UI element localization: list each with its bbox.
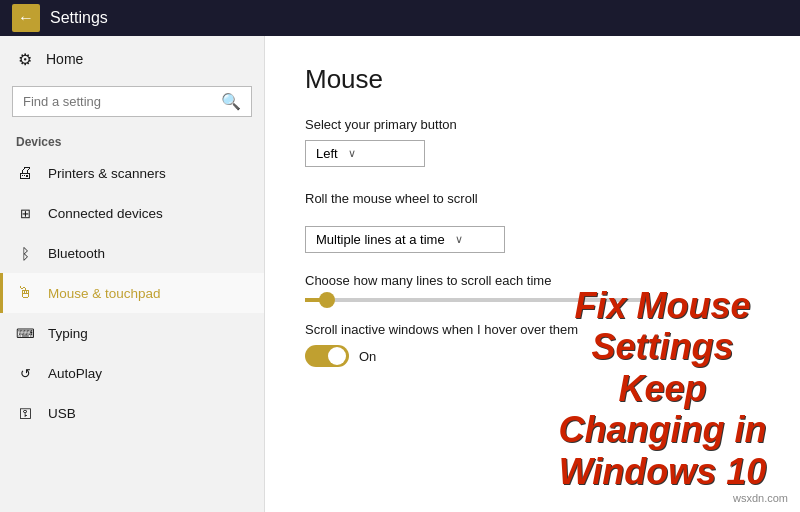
slider-thumb[interactable] <box>319 292 335 308</box>
watermark: wsxdn.com <box>733 492 788 504</box>
autoplay-label: AutoPlay <box>48 366 102 381</box>
sidebar-item-typing[interactable]: ⌨ Typing <box>0 313 264 353</box>
scroll-lines-slider[interactable] <box>305 298 760 302</box>
inactive-windows-toggle-row: On <box>305 345 760 367</box>
inactive-windows-toggle[interactable] <box>305 345 349 367</box>
usb-icon: ⚿ <box>16 404 34 422</box>
overlay-headline: Fix Mouse Settings KeepChanging in Windo… <box>545 285 780 492</box>
sidebar-item-autoplay[interactable]: ↺ AutoPlay <box>0 353 264 393</box>
connected-label: Connected devices <box>48 206 163 221</box>
typing-label: Typing <box>48 326 88 341</box>
home-label: Home <box>46 51 83 67</box>
printers-label: Printers & scanners <box>48 166 166 181</box>
toggle-state-label: On <box>359 349 376 364</box>
primary-button-value: Left <box>316 146 338 161</box>
search-icon: 🔍 <box>221 92 241 111</box>
overlay-text-block: Fix Mouse Settings KeepChanging in Windo… <box>265 285 800 492</box>
main-layout: ⚙ Home 🔍 Devices 🖨 Printers & scanners ⊞… <box>0 36 800 512</box>
printers-icon: 🖨 <box>16 164 34 182</box>
search-box[interactable]: 🔍 <box>12 86 252 117</box>
content-area: Mouse Select your primary button Left ∨ … <box>265 36 800 512</box>
slider-track <box>305 298 645 302</box>
scroll-wheel-value: Multiple lines at a time <box>316 232 445 247</box>
scroll-wheel-label: Roll the mouse wheel to scroll <box>305 191 760 206</box>
back-button[interactable]: ← <box>12 4 40 32</box>
bluetooth-icon: ᛒ <box>16 244 34 262</box>
sidebar-item-connected[interactable]: ⊞ Connected devices <box>0 193 264 233</box>
sidebar-item-usb[interactable]: ⚿ USB <box>0 393 264 433</box>
scroll-wheel-dropdown[interactable]: Multiple lines at a time ∨ <box>305 226 505 253</box>
title-bar: ← Settings <box>0 0 800 36</box>
typing-icon: ⌨ <box>16 324 34 342</box>
primary-button-dropdown[interactable]: Left ∨ <box>305 140 425 167</box>
home-icon: ⚙ <box>16 50 34 68</box>
title-bar-title: Settings <box>50 9 108 27</box>
search-input[interactable] <box>23 94 215 109</box>
sidebar-item-home[interactable]: ⚙ Home <box>0 36 264 82</box>
mouse-icon: 🖱 <box>16 284 34 302</box>
page-title: Mouse <box>305 64 760 95</box>
primary-button-label: Select your primary button <box>305 117 760 132</box>
sidebar-section-label: Devices <box>0 129 264 153</box>
sidebar: ⚙ Home 🔍 Devices 🖨 Printers & scanners ⊞… <box>0 36 265 512</box>
back-icon: ← <box>18 9 34 27</box>
inactive-windows-label: Scroll inactive windows when I hover ove… <box>305 322 760 337</box>
usb-label: USB <box>48 406 76 421</box>
bluetooth-label: Bluetooth <box>48 246 105 261</box>
connected-icon: ⊞ <box>16 204 34 222</box>
toggle-knob <box>328 347 346 365</box>
mouse-label: Mouse & touchpad <box>48 286 161 301</box>
scroll-lines-label: Choose how many lines to scroll each tim… <box>305 273 760 288</box>
sidebar-item-mouse[interactable]: 🖱 Mouse & touchpad <box>0 273 264 313</box>
chevron-down-icon: ∨ <box>348 147 356 160</box>
sidebar-item-bluetooth[interactable]: ᛒ Bluetooth <box>0 233 264 273</box>
autoplay-icon: ↺ <box>16 364 34 382</box>
sidebar-item-printers[interactable]: 🖨 Printers & scanners <box>0 153 264 193</box>
chevron-down-icon2: ∨ <box>455 233 463 246</box>
